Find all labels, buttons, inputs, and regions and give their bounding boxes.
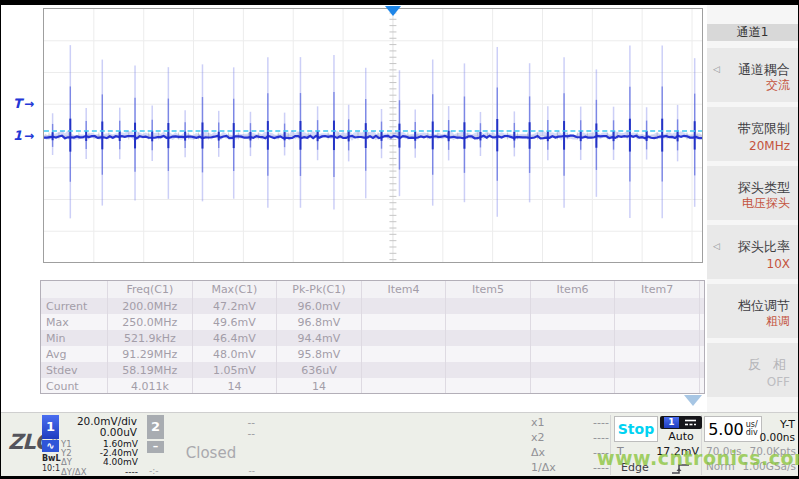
sidebar-item-1[interactable]: ◁通道耦合交流 — [707, 48, 798, 102]
channel1-status-block[interactable]: 1 20.0mV/div 0.00uV ∿ BwL 10:1 Y11.60mVY… — [42, 414, 138, 476]
value-cell: 1.05mV — [192, 362, 277, 378]
value-cell — [361, 346, 446, 362]
table-header-cell: Pk-Pk(C1) — [277, 281, 362, 298]
probe-ratio-indicator: 10:1 — [42, 464, 60, 473]
y-cursor-readouts: Y11.60mVY2-2.40mVΔY4.00mVΔY/ΔX---- — [61, 440, 138, 477]
sidebar-item-2[interactable]: 带宽限制20MHz — [707, 107, 798, 161]
top-border — [0, 0, 799, 5]
trigger-position-marker-icon[interactable] — [385, 6, 401, 16]
value-cell — [530, 314, 615, 330]
row-label-cell: Min — [41, 330, 108, 346]
cursor-value: ---- — [593, 430, 609, 445]
value-cell — [361, 362, 446, 378]
measurement-table-grid: Freq(C1)Max(C1)Pk-Pk(C1)Item4Item5Item6I… — [41, 281, 705, 394]
value-cell — [615, 298, 700, 314]
value-cell — [446, 298, 531, 314]
value-cell — [361, 298, 446, 314]
x-cursor-row: x2---- — [531, 430, 609, 445]
value-cell — [361, 330, 446, 346]
value-cell: 96.0mV — [277, 298, 362, 314]
value-cell — [615, 362, 700, 378]
menu-item-label: 探头比率 — [738, 238, 790, 256]
scroll-down-arrow-icon[interactable] — [684, 395, 702, 406]
right-arrow-icon: → — [24, 97, 34, 111]
y-cursor-row: ΔY/ΔX---- — [61, 468, 138, 477]
ac-coupling-icon: ∿ — [42, 440, 59, 452]
table-header-cell: Item8 — [699, 281, 705, 298]
cursor-label: Δx — [531, 445, 545, 460]
menu-item-value: 交流 — [766, 77, 790, 94]
channel2-badge[interactable]: 2 — [147, 415, 164, 439]
timebase-value: 5.00 — [708, 420, 744, 439]
channel-menu-sidebar: 通道1 ◁通道耦合交流带宽限制20MHz探头类型电压探头◁探头比率10X档位调节… — [707, 5, 798, 412]
value-cell: 14 — [277, 378, 362, 394]
trigger-level-label: T — [13, 96, 22, 111]
channel1-badge[interactable]: 1 — [42, 415, 59, 439]
sidebar-item-3[interactable]: 探头类型电压探头 — [707, 166, 798, 220]
menu-item-value: 电压探头 — [742, 195, 790, 212]
trigger-mode[interactable]: Auto — [660, 430, 702, 443]
value-cell — [530, 346, 615, 362]
waveform-svg — [44, 9, 702, 262]
value-cell — [699, 362, 705, 378]
cursor-label: x1 — [531, 415, 545, 430]
value-cell: 96.8mV — [277, 314, 362, 330]
value-cell — [446, 362, 531, 378]
value-cell — [699, 314, 705, 330]
oscilloscope-screen: T→ 1→ Freq(C1)Max(C1)Pk-Pk(C1)Item4Item5… — [0, 0, 799, 479]
sidebar-title: 通道1 — [707, 24, 798, 41]
timebase-unit: us/ div — [746, 421, 758, 437]
value-cell — [530, 298, 615, 314]
left-border — [0, 0, 1, 479]
right-arrow-icon: → — [24, 129, 34, 143]
menu-item-value: 10X — [767, 257, 791, 271]
row-label-cell: Max — [41, 314, 108, 330]
row-label-cell: Count — [41, 378, 108, 394]
channel1-offset: 0.00uV — [61, 427, 137, 438]
menu-item-label: 反 相 — [748, 356, 790, 374]
trigger-level-marker[interactable]: T→ — [13, 97, 34, 111]
sidebar-item-5[interactable]: 档位调节粗调 — [707, 284, 798, 338]
value-cell — [446, 346, 531, 362]
value-cell: 58.19MHz — [108, 362, 193, 378]
value-cell — [699, 378, 705, 394]
watermark: www.cntronics.com — [597, 447, 799, 469]
table-header-cell: Item6 — [530, 281, 615, 298]
trigger-source-strip[interactable]: 1 — [660, 416, 702, 429]
channel1-ground-marker[interactable]: 1→ — [13, 129, 34, 143]
measurement-table: Freq(C1)Max(C1)Pk-Pk(C1)Item4Item5Item6I… — [40, 280, 705, 394]
value-cell — [530, 330, 615, 346]
menu-item-value: 20MHz — [749, 139, 790, 153]
value-cell — [361, 314, 446, 330]
display-mode: Y-T — [780, 418, 795, 431]
value-cell: 200.0MHz — [108, 298, 193, 314]
table-row: Avg91.29MHz48.0mV95.8mV — [41, 346, 705, 362]
timebase-scale-box[interactable]: 5.00 us/ div — [704, 416, 762, 442]
value-cell — [699, 298, 705, 314]
value-cell — [615, 346, 700, 362]
table-row: Stdev58.19MHz1.05mV636uV — [41, 362, 705, 378]
channel2-status-text: Closed — [167, 444, 255, 462]
cursor-value: ---- — [593, 415, 609, 430]
value-cell — [361, 378, 446, 394]
value-cell — [615, 314, 700, 330]
menu-item-value: 粗调 — [766, 313, 790, 330]
row-label-cell: Stdev — [41, 362, 108, 378]
value-cell — [699, 330, 705, 346]
value-cell: 91.29MHz — [108, 346, 193, 362]
value-cell — [615, 330, 700, 346]
cursor-label: 1/Δx — [531, 460, 556, 475]
bandwidth-limit-indicator: BwL — [42, 454, 61, 463]
channel2-offset: -- — [167, 427, 255, 439]
channel1-scale: 20.0mV/div 0.00uV — [61, 416, 137, 438]
value-cell — [446, 314, 531, 330]
table-header-cell: Max(C1) — [192, 281, 277, 298]
value-cell: 46.4mV — [192, 330, 277, 346]
run-stop-indicator[interactable]: Stop — [614, 416, 658, 442]
value-cell — [446, 378, 531, 394]
channel2-status-block[interactable]: 2 -- -- – Closed -:- -- — [147, 414, 257, 476]
sidebar-item-4[interactable]: ◁探头比率10X — [707, 225, 798, 279]
value-cell: 47.2mV — [192, 298, 277, 314]
table-header-row: Freq(C1)Max(C1)Pk-Pk(C1)Item4Item5Item6I… — [41, 281, 705, 298]
value-cell — [615, 378, 700, 394]
